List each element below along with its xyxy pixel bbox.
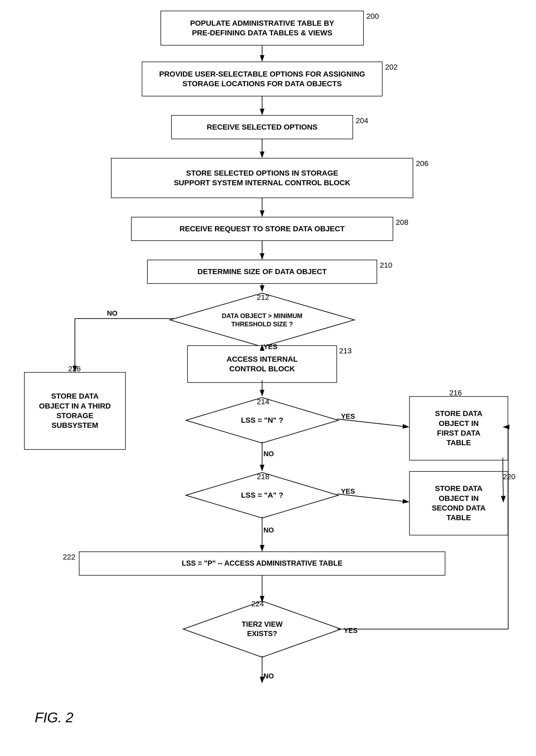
box-206: STORE SELECTED OPTIONS IN STORAGE SUPPOR… <box>111 158 413 198</box>
label-no-212: NO <box>107 309 117 317</box>
label-yes-224: YES <box>344 627 357 635</box>
ref-222: 222 <box>63 553 76 561</box>
ref-206: 206 <box>416 159 428 168</box>
ref-220: 220 <box>503 473 516 481</box>
box-200: POPULATE ADMINISTRATIVE TABLE BY PRE-DEF… <box>160 11 364 46</box>
box-210: DETERMINE SIZE OF DATA OBJECT <box>147 260 377 284</box>
box-220: STORE DATA OBJECT IN SECOND DATA TABLE <box>409 471 508 535</box>
ref-216: 216 <box>449 389 462 397</box>
ref-204: 204 <box>356 117 368 125</box>
diamond-218: LSS = "A" ? <box>184 471 340 519</box>
box-208: RECEIVE REQUEST TO STORE DATA OBJECT <box>131 217 393 241</box>
fig-label: FIG. 2 <box>35 709 73 726</box>
diamond-214: LSS = "N" ? <box>184 396 340 445</box>
ref-200: 200 <box>366 12 379 20</box>
ref-208: 208 <box>396 218 408 227</box>
box-213: ACCESS INTERNAL CONTROL BLOCK <box>187 345 337 383</box>
label-yes-214: YES <box>341 412 355 420</box>
box-222: LSS = "P" -- ACCESS ADMINISTRATIVE TABLE <box>79 552 445 576</box>
diagram-container: POPULATE ADMINISTRATIVE TABLE BY PRE-DEF… <box>0 0 536 756</box>
box-226: STORE DATA OBJECT IN A THIRD STORAGE SUB… <box>24 372 126 450</box>
label-no-214: NO <box>263 450 274 458</box>
diamond-224: TIER2 VIEW EXISTS? <box>182 600 342 659</box>
box-202: PROVIDE USER-SELECTABLE OPTIONS FOR ASSI… <box>142 61 383 96</box>
ref-226: 226 <box>68 365 81 373</box>
box-204: RECEIVE SELECTED OPTIONS <box>171 115 353 139</box>
ref-210: 210 <box>380 261 392 270</box>
box-216: STORE DATA OBJECT IN FIRST DATA TABLE <box>409 396 508 460</box>
label-no-218: NO <box>263 526 274 534</box>
ref-202: 202 <box>385 63 398 71</box>
label-no-224: NO <box>263 672 274 680</box>
diamond-212: DATA OBJECT > MINIMUM THRESHOLD SIZE ? <box>169 292 356 348</box>
label-yes-218: YES <box>341 487 355 495</box>
